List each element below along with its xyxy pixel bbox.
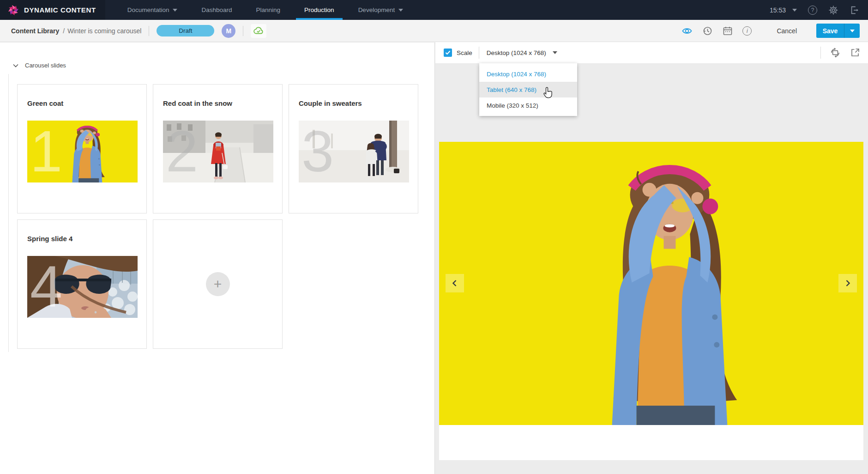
slide-card-1[interactable]: Green coat [17, 84, 147, 213]
open-in-new-window-icon[interactable] [850, 47, 861, 58]
chevron-down-icon [553, 51, 557, 54]
slide-card-2[interactable]: Red coat in the snow [153, 84, 283, 213]
nav-item-planning[interactable]: Planning [244, 0, 293, 20]
chevron-down-icon [173, 9, 177, 12]
slide-thumbnail: 4 [27, 256, 138, 318]
carousel-hero-image [439, 142, 863, 425]
chevron-down-icon [850, 30, 855, 32]
sync-status-icon[interactable] [251, 24, 266, 38]
chevron-down-icon [13, 63, 18, 68]
section-indent-line [8, 74, 9, 352]
rotate-device-icon[interactable] [829, 47, 841, 59]
preview-toolbar: Scale Desktop (1024 x 768) [435, 42, 868, 64]
slide-title: Couple in sweaters [299, 99, 362, 107]
slide-title: Spring slide 4 [27, 235, 72, 243]
calendar-icon[interactable] [722, 25, 733, 36]
info-icon[interactable]: i [742, 26, 752, 36]
chevron-down-icon [792, 9, 797, 12]
save-button-group: Save [816, 24, 860, 38]
device-size-select[interactable]: Desktop (1024 x 768) [487, 49, 557, 56]
divider [479, 47, 479, 59]
settings-gear-icon[interactable] [828, 5, 838, 15]
divider [243, 26, 243, 36]
nav-label: Dashboard [201, 6, 232, 13]
divider [149, 26, 149, 36]
nav-label: Documentation [127, 6, 169, 13]
main-nav: Documentation Dashboard Planning Product… [115, 0, 416, 20]
history-icon[interactable] [702, 25, 713, 36]
plus-icon: + [214, 276, 222, 292]
dropdown-option-tablet[interactable]: Tablet (640 x 768) [479, 82, 577, 97]
slide-title: Green coat [27, 99, 63, 107]
device-size-dropdown-menu: Desktop (1024 x 768) Tablet (640 x 768) … [479, 63, 577, 116]
section-title: Carousel slides [25, 62, 66, 69]
nav-item-development[interactable]: Development [346, 0, 416, 20]
preview-canvas [435, 64, 868, 474]
brand-logo[interactable]: DYNAMIC CONTENT [0, 0, 105, 20]
nav-item-production[interactable]: Production [292, 0, 346, 20]
carousel-next-button[interactable] [838, 274, 857, 292]
breadcrumb-current: Winter is coming carousel [67, 27, 141, 35]
pinwheel-logo-icon [7, 4, 19, 16]
nav-label: Planning [256, 6, 281, 13]
sign-out-icon[interactable] [850, 5, 860, 15]
cancel-button[interactable]: Cancel [777, 27, 797, 35]
top-navigation-bar: DYNAMIC CONTENT Documentation Dashboard … [0, 0, 868, 20]
rendered-page [439, 142, 863, 460]
carousel-slides-section-toggle[interactable]: Carousel slides [13, 62, 66, 69]
breadcrumb-root[interactable]: Content Library [11, 27, 59, 35]
chevron-right-icon [842, 278, 853, 289]
content-header-bar: Content Library / Winter is coming carou… [0, 20, 868, 42]
chevron-left-icon [449, 278, 460, 289]
time-selector[interactable]: 15:53 [770, 6, 797, 14]
save-button[interactable]: Save [816, 24, 844, 38]
brand-name: DYNAMIC CONTENT [24, 6, 96, 14]
carousel-prev-button[interactable] [446, 274, 464, 292]
avatar[interactable]: M [222, 24, 235, 38]
nav-label: Production [304, 6, 334, 13]
status-badge[interactable]: Draft [157, 25, 214, 36]
check-icon [445, 50, 451, 55]
divider [820, 47, 821, 59]
breadcrumb-separator: / [63, 27, 65, 35]
add-slide-card[interactable]: + [153, 219, 283, 349]
chevron-down-icon [398, 9, 403, 12]
slide-thumbnail: 1 [27, 121, 138, 182]
cloud-check-icon [253, 25, 264, 36]
save-options-button[interactable] [844, 24, 860, 38]
dropdown-option-desktop[interactable]: Desktop (1024 x 768) [479, 66, 577, 82]
slides-panel: Carousel slides Green coat [0, 43, 435, 474]
nav-label: Development [358, 6, 395, 13]
add-slide-button[interactable]: + [206, 272, 230, 296]
slide-card-4[interactable]: Spring slide 4 [17, 219, 147, 349]
device-size-value: Desktop (1024 x 768) [487, 49, 546, 56]
slide-title: Red coat in the snow [163, 99, 232, 107]
help-icon[interactable]: ? [808, 6, 817, 15]
slide-thumbnail: 3 [299, 121, 409, 182]
nav-item-dashboard[interactable]: Dashboard [189, 0, 244, 20]
nav-item-documentation[interactable]: Documentation [115, 0, 190, 20]
dropdown-option-mobile[interactable]: Mobile (320 x 512) [479, 97, 577, 113]
slide-card-3[interactable]: Couple in sweaters [289, 84, 418, 213]
scale-checkbox[interactable] [444, 49, 452, 57]
scale-label: Scale [457, 49, 472, 56]
slide-thumbnail: 2 [163, 121, 273, 182]
preview-eye-icon[interactable] [681, 25, 693, 36]
time-value: 15:53 [770, 6, 786, 14]
